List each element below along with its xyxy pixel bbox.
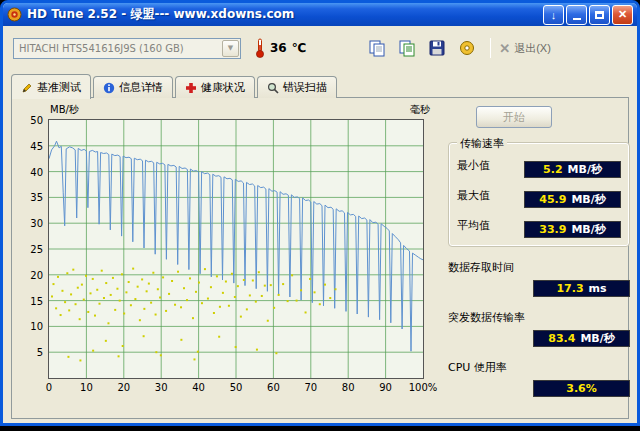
options-button[interactable]: [454, 36, 480, 60]
burst-rate-value-box: 83.4 MB/秒: [533, 330, 630, 347]
y-tick-label: 25: [30, 244, 43, 255]
copy-image-button[interactable]: [364, 36, 390, 60]
tab-benchmark[interactable]: 基准测试: [11, 74, 91, 99]
min-rate-unit: MB/秒: [568, 162, 602, 177]
minimize-icon: [573, 18, 581, 20]
tab-info-label: 信息详情: [119, 80, 163, 95]
save-icon: [428, 39, 446, 57]
transfer-rate-group-title: 传输速率: [457, 136, 507, 151]
magnifier-icon: [267, 82, 279, 94]
x-tick-label: 0: [46, 382, 52, 393]
download-icon: ↓: [551, 9, 557, 21]
toolbar-buttons: [364, 36, 480, 60]
copy-text-icon: [398, 39, 416, 57]
y-tick-label: 10: [30, 321, 43, 332]
drive-select-value: HITACHI HTS541616J9S (160 GB): [14, 43, 222, 54]
min-rate-value: 5.2: [543, 163, 563, 176]
cpu-usage-label: CPU 使用率: [448, 361, 507, 374]
cpu-usage-value-box: 3.6%: [533, 380, 630, 397]
left-axis-title: MB/秒: [50, 103, 79, 117]
max-rate-unit: MB/秒: [571, 192, 605, 207]
tab-health-label: 健康状况: [201, 80, 245, 95]
copy-image-icon: [368, 39, 386, 57]
x-tick-label: 90: [379, 382, 392, 393]
x-tick-label: 50: [230, 382, 243, 393]
burst-rate-value: 83.4: [548, 332, 575, 345]
transfer-rate-group: 传输速率 最小值 5.2 MB/秒 最大值 45.9 MB/秒 平: [448, 142, 630, 247]
stats-panel: 开始 传输速率 最小值 5.2 MB/秒 最大值 45.9 MB/秒: [448, 104, 630, 397]
y-tick-label: 40: [30, 167, 43, 178]
access-time-value-box: 17.3 ms: [533, 280, 630, 297]
drive-select[interactable]: HITACHI HTS541616J9S (160 GB) ▼: [13, 38, 241, 59]
avg-rate-unit: MB/秒: [571, 222, 605, 237]
exit-button[interactable]: ✕ 退出(X): [499, 41, 551, 56]
hd-tune-window: HD Tune 2.52 - 绿盟--- www.xdowns.com ↓ ✕ …: [0, 0, 640, 426]
temperature-value: 36: [270, 41, 287, 55]
close-button[interactable]: ✕: [612, 5, 633, 25]
copy-text-button[interactable]: [394, 36, 420, 60]
save-screenshot-button[interactable]: [424, 36, 450, 60]
cpu-usage-block: CPU 使用率 3.6%: [448, 360, 630, 397]
max-rate-row: 最大值 45.9 MB/秒: [457, 187, 621, 208]
tab-info[interactable]: 信息详情: [93, 76, 173, 98]
exit-icon: ✕: [499, 41, 510, 56]
y-axis-ticks: 5045403530252015105: [18, 120, 45, 380]
minimize-button[interactable]: [566, 5, 587, 25]
temperature-unit: ℃: [292, 41, 307, 55]
min-rate-value-box: 5.2 MB/秒: [524, 161, 621, 178]
max-rate-value-box: 45.9 MB/秒: [524, 191, 621, 208]
x-tick-label: 10: [80, 382, 93, 393]
tab-error-scan[interactable]: 错误扫描: [257, 76, 337, 98]
access-time-label: 数据存取时间: [448, 261, 514, 274]
toolbar: HITACHI HTS541616J9S (160 GB) ▼ 36 ℃: [13, 35, 627, 61]
y-tick-label: 30: [30, 218, 43, 229]
min-rate-label: 最小值: [457, 157, 490, 173]
x-tick-label: 100%: [409, 382, 438, 393]
tab-health[interactable]: 健康状况: [175, 76, 255, 98]
toolbar-separator: [490, 38, 491, 58]
pencil-icon: [21, 82, 33, 94]
max-rate-label: 最大值: [457, 187, 490, 203]
maximize-icon: [595, 11, 604, 19]
x-tick-label: 30: [155, 382, 168, 393]
x-tick-label: 80: [342, 382, 355, 393]
benchmark-tab-page: MB/秒 毫秒 5045403530252015105 010203040506…: [11, 97, 629, 419]
y-tick-label: 50: [30, 115, 43, 126]
y-tick-label: 5: [37, 347, 43, 358]
close-icon: ✕: [618, 8, 627, 21]
y-tick-label: 20: [30, 270, 43, 281]
burst-rate-unit: MB/秒: [580, 331, 614, 346]
tab-strip: 基准测试 信息详情 健康状况 错误扫描: [11, 74, 629, 98]
x-tick-label: 60: [267, 382, 280, 393]
window-title: HD Tune 2.52 - 绿盟--- www.xdowns.com: [27, 6, 294, 23]
exit-label: 退出(X): [514, 41, 551, 56]
access-time-unit: ms: [589, 282, 607, 295]
plot-area: [48, 119, 424, 379]
avg-rate-row: 平均值 33.9 MB/秒: [457, 217, 621, 238]
title-bar[interactable]: HD Tune 2.52 - 绿盟--- www.xdowns.com ↓ ✕: [3, 3, 637, 26]
min-rate-row: 最小值 5.2 MB/秒: [457, 157, 621, 178]
y-tick-label: 45: [30, 141, 43, 152]
cpu-usage-value: 3.6%: [566, 382, 597, 395]
tab-error-scan-label: 错误扫描: [283, 80, 327, 95]
temperature-display: 36 ℃: [255, 38, 306, 58]
access-time-block: 数据存取时间 17.3 ms: [448, 260, 630, 297]
avg-rate-value-box: 33.9 MB/秒: [524, 221, 621, 238]
start-button[interactable]: 开始: [476, 106, 552, 128]
x-tick-label: 70: [304, 382, 317, 393]
right-axis-title: 毫秒: [410, 103, 430, 117]
avg-rate-value: 33.9: [539, 223, 566, 236]
chevron-down-icon: ▼: [222, 40, 239, 57]
health-cross-icon: [185, 82, 197, 94]
y-tick-label: 15: [30, 296, 43, 307]
burst-rate-block: 突发数据传输率 83.4 MB/秒: [448, 310, 630, 347]
maximize-button[interactable]: [589, 5, 610, 25]
app-icon: [7, 7, 22, 22]
benchmark-chart-svg: [49, 120, 423, 378]
download-button[interactable]: ↓: [543, 5, 564, 25]
access-time-value: 17.3: [556, 282, 583, 295]
avg-rate-label: 平均值: [457, 217, 490, 233]
x-axis-ticks: 0102030405060708090100%: [49, 382, 439, 396]
max-rate-value: 45.9: [539, 193, 566, 206]
info-icon: [103, 82, 115, 94]
